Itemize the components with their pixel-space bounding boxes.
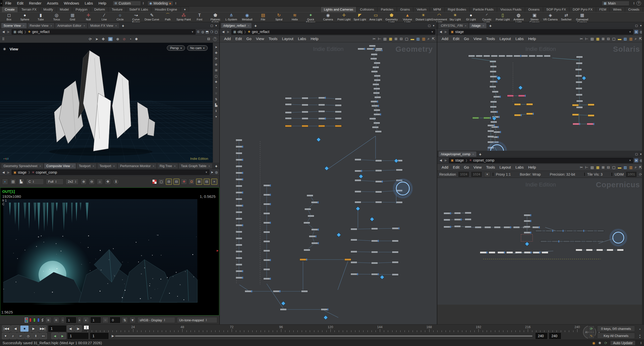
path-crumb-stage[interactable]: stage: [18, 170, 26, 174]
tool-geometry-light[interactable]: ⬟Geometry Light: [384, 13, 400, 23]
hook-icon[interactable]: Ω: [189, 179, 195, 185]
comp-tab-geometry-spreadsheet[interactable]: Geometry Spreadsheet×: [1, 163, 44, 169]
pane-menu-icon[interactable]: ▼: [215, 24, 217, 27]
customize-icon[interactable]: ✂: [373, 37, 376, 41]
shelf-left-tab-texture[interactable]: Texture: [108, 7, 126, 12]
pin-icon[interactable]: ➤: [634, 159, 638, 162]
tool-stereo-camera[interactable]: ▣Stereo Camera: [527, 13, 542, 23]
list-view-icon[interactable]: ▤: [591, 37, 594, 41]
compare-right-icon[interactable]: ⊟: [173, 179, 179, 185]
interrupt-icon[interactable]: ◉: [592, 341, 595, 345]
tool-helix[interactable]: ≋Helix: [287, 13, 303, 23]
brightness-field[interactable]: 1: [66, 317, 76, 323]
back-icon[interactable]: ◀: [2, 30, 5, 34]
path-dropdown-icon[interactable]: ▼: [191, 30, 194, 33]
back-icon[interactable]: ◀: [439, 159, 443, 162]
resolution-x-field[interactable]: 1024: [458, 172, 469, 177]
shelf-right-tab-rigid-bodies[interactable]: Rigid Bodies: [445, 7, 470, 12]
viewport-tool-panel-icon[interactable]: ▢: [215, 74, 218, 78]
keys-collapse-icon[interactable]: ▴: [639, 328, 640, 330]
tool-circle[interactable]: ○Circle: [112, 13, 128, 23]
netmenu-edit[interactable]: Edit: [233, 37, 244, 41]
snapshot-count-icon[interactable]: ①: [197, 30, 200, 34]
new-tab-button[interactable]: +: [487, 24, 494, 28]
drag-handle-icon[interactable]: ⠿: [2, 37, 5, 41]
close-icon[interactable]: ×: [115, 24, 117, 27]
forward-icon[interactable]: ▶: [444, 159, 448, 162]
grid-snap-icon[interactable]: ⊞: [602, 165, 605, 169]
path-crumb-obj[interactable]: obj: [18, 30, 23, 34]
menu-edit[interactable]: Edit: [14, 1, 26, 5]
path-crumb-stage[interactable]: stage: [455, 30, 464, 34]
grid-snap-icon[interactable]: ⊞: [602, 37, 605, 41]
red-channel-button[interactable]: [29, 318, 32, 322]
viewport-options-icon[interactable]: ✱: [135, 37, 138, 41]
tool-distant-light[interactable]: ☀Distant Light: [415, 13, 431, 23]
netmenu-help[interactable]: Help: [526, 165, 538, 169]
netmenu-tools[interactable]: Tools: [484, 37, 497, 41]
netmenu-tools[interactable]: Tools: [484, 165, 497, 169]
udim-checkbox[interactable]: [611, 173, 612, 176]
green-channel-button[interactable]: [33, 318, 36, 322]
comp-path-field[interactable]: ▣ stage ❭ ✳ copnet_comp ▼: [12, 170, 209, 175]
scene-path-field[interactable]: ▦ obj ❭ ❖ geo_reflact ▼: [12, 29, 195, 35]
shelf-right-tab-viscous-fluids[interactable]: Viscous Fluids: [497, 7, 525, 12]
path-crumb-copnet[interactable]: copnet_comp: [473, 158, 494, 162]
rgba-channel-button[interactable]: [25, 318, 27, 322]
snapshot-icon[interactable]: ◔: [129, 37, 131, 41]
contrast-icon[interactable]: ◐: [83, 317, 89, 323]
tab-crystal-fin[interactable]: CRYSTAL_FIN×: [438, 23, 469, 28]
shelf-left-tab-deform[interactable]: Deform: [91, 7, 108, 12]
tool-draw-curve[interactable]: ✎Draw Curve: [144, 13, 160, 23]
tool-metaball[interactable]: ◉Metaball: [239, 13, 255, 23]
netmenu-help[interactable]: Help: [526, 37, 538, 41]
range-start-field[interactable]: 1: [68, 333, 88, 339]
netmenu-layout[interactable]: Layout: [497, 165, 513, 169]
scene-tab-render-view[interactable]: Render View×: [27, 23, 55, 28]
refresh-icon[interactable]: ⟳: [639, 172, 642, 176]
select-tool-icon[interactable]: ➤: [95, 37, 98, 41]
back-icon[interactable]: ◀: [439, 30, 443, 34]
update-mode-dropdown[interactable]: Auto Update: [610, 340, 635, 345]
dopesheet-icon[interactable]: ⊷: [40, 333, 47, 339]
comp-tab-performance-monitor[interactable]: Performance Monitor×: [117, 163, 157, 169]
shelf-right-tab-drive-simulation[interactable]: Drive Simulation: [643, 7, 644, 12]
range-icon[interactable]: ⇅: [122, 317, 128, 323]
tool-tube[interactable]: ▮Tube: [33, 13, 49, 23]
sticky-note-icon[interactable]: ▬: [618, 37, 621, 41]
comp-tab-rig-tree[interactable]: Rig Tree×: [157, 163, 178, 169]
range-slider[interactable]: ▶: [111, 335, 533, 337]
shelf-right-tab-collisions[interactable]: Collisions: [357, 7, 377, 12]
contrast-field[interactable]: 1: [91, 317, 101, 323]
path-crumb-stage[interactable]: stage: [455, 158, 464, 162]
proxy-checkbox[interactable]: [493, 173, 493, 176]
netmenu-labs[interactable]: Labs: [513, 37, 526, 41]
comp-new-tab-button[interactable]: +: [213, 164, 220, 169]
grid-dropdown[interactable]: 2x2▴▾: [66, 179, 79, 185]
forward-icon[interactable]: ▶: [444, 30, 448, 34]
netmenu-go[interactable]: Go: [462, 37, 471, 41]
pane-menu-icon[interactable]: ▼: [433, 24, 435, 27]
background-image-icon[interactable]: ▨: [624, 37, 627, 41]
list-view-icon[interactable]: ▤: [383, 37, 387, 41]
tile-vis-checkbox[interactable]: [584, 173, 585, 176]
jump-icon[interactable]: ⇱: [639, 37, 642, 41]
background-checker-icon[interactable]: [152, 179, 157, 184]
tool-camera[interactable]: ◉Camera: [320, 13, 336, 23]
zoom-out-icon[interactable]: ⊖: [89, 179, 95, 185]
tool-line[interactable]: ∕Line: [96, 13, 112, 23]
search-icon[interactable]: ⌕: [427, 37, 430, 41]
netmenu-add[interactable]: Add: [439, 165, 451, 169]
export-icon[interactable]: ⊞: [196, 179, 202, 185]
menu-assets[interactable]: Assets: [44, 1, 61, 5]
view-tool-icon[interactable]: ⟳: [89, 37, 92, 41]
layout-icon[interactable]: ⊟: [207, 37, 210, 41]
viewport-tool-hist-icon[interactable]: ▙: [215, 103, 217, 107]
right-scrollbar[interactable]: [642, 22, 644, 324]
shelf-left-tab-model[interactable]: Model: [56, 7, 72, 12]
color-palette-icon[interactable]: ▩: [596, 165, 599, 169]
netmenu-tools[interactable]: Tools: [266, 37, 280, 41]
scene-tab-animation-editor[interactable]: Animation Editor×: [55, 23, 88, 28]
path-dropdown-icon[interactable]: ▼: [629, 30, 631, 33]
close-icon[interactable]: ×: [153, 165, 154, 168]
